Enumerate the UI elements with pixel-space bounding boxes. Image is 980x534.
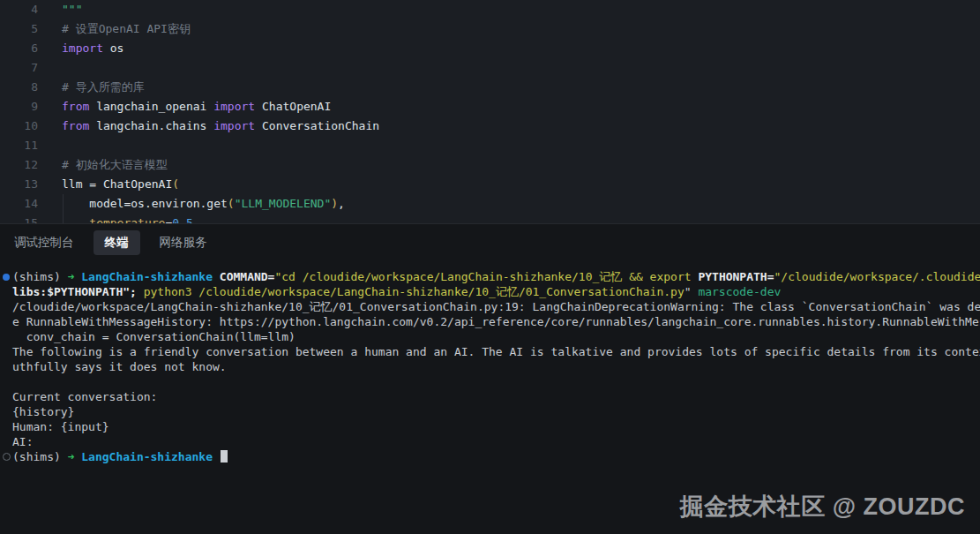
text-segment: libs:$PYTHONPATH";	[12, 285, 144, 298]
code-line[interactable]: 12# 初始化大语言模型	[0, 155, 980, 175]
terminal-line: libs:$PYTHONPATH"; python3 /cloudide/wor…	[12, 284, 980, 299]
text-segment: conv_chain = ConversationChain(llm=llm)	[12, 330, 295, 343]
text-segment: {history}	[12, 405, 74, 418]
text-segment: from	[62, 119, 89, 132]
text-segment: "	[685, 285, 699, 298]
terminal-line	[12, 374, 980, 389]
code-text: from langchain_openai import ChatOpenAI	[38, 97, 331, 117]
line-number: 13	[0, 175, 38, 194]
prompt-indicator-icon	[3, 453, 11, 461]
code-text: temperature=0.5	[38, 214, 193, 223]
text-segment: COMMAND=	[220, 270, 275, 283]
text-segment: Current conversation:	[12, 390, 157, 403]
text-segment: LangChain-shizhanke	[81, 450, 213, 463]
code-line[interactable]: 4"""	[0, 0, 980, 19]
code-text: # 初始化大语言模型	[38, 155, 168, 175]
line-number: 6	[0, 39, 38, 58]
text-segment	[62, 216, 89, 223]
text-segment: uthfully says it does not know.	[12, 360, 227, 373]
bottom-panel: 调试控制台终端网络服务 (shims) ➜ LangChain-shizhank…	[0, 223, 980, 534]
line-number: 11	[0, 136, 38, 155]
text-segment: )	[331, 197, 338, 210]
text-segment: langchain_openai	[89, 100, 213, 113]
text-segment: marscode-dev	[698, 285, 781, 298]
text-segment: (shims)	[12, 270, 68, 283]
line-number: 10	[0, 117, 38, 136]
text-segment: import	[62, 41, 103, 55]
text-segment: # 导入所需的库	[62, 80, 145, 94]
terminal-cursor	[221, 450, 228, 463]
text-segment: """	[62, 3, 82, 16]
text-segment: ➜	[68, 270, 82, 283]
terminal-line: (shims) ➜ LangChain-shizhanke	[12, 449, 980, 464]
line-number: 15	[0, 214, 38, 223]
code-text: """	[38, 0, 82, 19]
terminal-line: {history}	[12, 404, 980, 419]
terminal-line: AI:	[12, 434, 980, 449]
terminal-line: conv_chain = ConversationChain(llm=llm)	[12, 329, 980, 344]
line-number: 4	[0, 0, 38, 19]
code-line[interactable]: 14 model=os.environ.get("LLM_MODELEND"),	[0, 194, 980, 214]
panel-tab-network-service[interactable]: 网络服务	[158, 230, 209, 255]
panel-tab-terminal[interactable]: 终端	[94, 230, 140, 255]
text-segment: from	[62, 100, 89, 113]
line-number: 5	[0, 19, 38, 39]
text-segment: The following is a friendly conversation…	[12, 345, 980, 358]
code-line[interactable]: 7	[0, 58, 980, 78]
code-line[interactable]: 13llm = ChatOpenAI(	[0, 175, 980, 194]
code-text: from langchain.chains import Conversatio…	[38, 117, 379, 136]
terminal-line: uthfully says it does not know.	[12, 359, 980, 374]
text-segment: Human: {input}	[12, 420, 109, 433]
line-number: 8	[0, 78, 38, 97]
terminal-line: Current conversation:	[12, 389, 980, 404]
terminal-line: (shims) ➜ LangChain-shizhanke COMMAND="c…	[12, 269, 980, 284]
terminal-line: e RunnableWithMessageHistory: https://py…	[12, 314, 980, 329]
line-number: 14	[0, 194, 38, 214]
code-editor[interactable]: 4"""5# 设置OpenAI API密钥6import os78# 导入所需的…	[0, 0, 980, 223]
text-segment: /cloudide/workspace/LangChain-shizhanke/…	[12, 300, 980, 313]
panel-tabbar: 调试控制台终端网络服务	[0, 224, 980, 261]
text-segment: temperature	[89, 216, 165, 223]
terminal-line: The following is a friendly conversation…	[12, 344, 980, 359]
text-segment: 0.5	[172, 216, 192, 223]
text-segment: e RunnableWithMessageHistory: https://py…	[12, 315, 980, 328]
code-text: llm = ChatOpenAI(	[38, 175, 179, 194]
prompt-indicator-icon	[3, 274, 10, 281]
text-segment: # 设置OpenAI API密钥	[62, 22, 191, 35]
text-segment: ➜	[68, 450, 82, 463]
code-line[interactable]: 8# 导入所需的库	[0, 78, 980, 97]
text-segment: # 初始化大语言模型	[62, 158, 168, 171]
code-line[interactable]: 6import os	[0, 39, 980, 58]
code-line[interactable]: 10from langchain.chains import Conversat…	[0, 117, 980, 136]
code-text	[38, 136, 62, 155]
text-segment: import	[213, 119, 255, 132]
text-segment: "cd /cloudide/workspace/LangChain-shizha…	[274, 270, 698, 283]
code-text: model=os.environ.get("LLM_MODELEND"),	[38, 194, 345, 214]
terminal-line: Human: {input}	[12, 419, 980, 434]
code-line[interactable]: 15 temperature=0.5	[0, 214, 980, 223]
watermark: 掘金技术社区 @ ZOUZDC	[680, 491, 965, 523]
text-segment: (	[228, 197, 235, 210]
text-segment: langchain.chains	[89, 119, 213, 132]
text-segment: "LLM_MODELEND"	[235, 197, 332, 210]
line-number: 7	[0, 58, 38, 78]
text-segment: os	[103, 41, 123, 55]
text-segment: AI:	[12, 435, 33, 448]
text-segment: (	[172, 177, 179, 191]
text-segment: ConversationChain	[255, 119, 379, 132]
code-line[interactable]: 9from langchain_openai import ChatOpenAI	[0, 97, 980, 117]
text-segment: python3 /cloudide/workspace/LangChain-sh…	[144, 285, 685, 298]
terminal-line: /cloudide/workspace/LangChain-shizhanke/…	[12, 299, 980, 314]
text-segment: (shims)	[12, 450, 68, 463]
code-line[interactable]: 11	[0, 136, 980, 155]
panel-tab-debug-console[interactable]: 调试控制台	[12, 230, 76, 255]
line-number: 12	[0, 155, 38, 175]
code-line[interactable]: 5# 设置OpenAI API密钥	[0, 19, 980, 39]
text-segment: PYTHONPATH=	[698, 270, 774, 283]
code-text	[38, 58, 62, 78]
text-segment: ,	[338, 197, 345, 210]
code-text: # 导入所需的库	[38, 78, 145, 97]
text-segment: ChatOpenAI	[255, 100, 331, 113]
text-segment: model=os.environ.get	[62, 197, 228, 210]
text-segment: llm = ChatOpenAI	[62, 177, 172, 191]
